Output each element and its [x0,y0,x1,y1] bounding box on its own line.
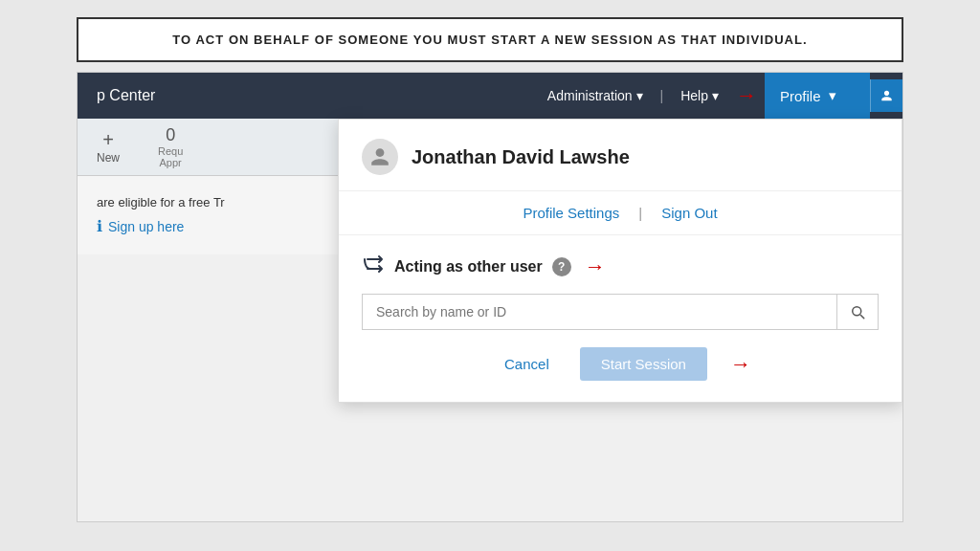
profile-settings-link[interactable]: Profile Settings [523,205,619,221]
acting-title: Acting as other user [394,258,543,276]
help-label: Help [680,88,708,103]
new-label: New [97,151,120,165]
help-icon[interactable]: ? [552,257,571,276]
requests-label: Requ Appr [158,145,183,168]
search-input[interactable] [362,294,836,330]
action-row: Cancel Start Session → [362,347,879,381]
notice-text: TO ACT ON BEHALF OF SOMEONE YOU MUST STA… [172,33,807,47]
acting-header: Acting as other user ? → [362,253,879,280]
new-button[interactable]: + New [97,129,120,165]
acting-arrow-indicator: → [585,254,606,279]
user-silhouette-icon [880,84,893,107]
search-row [362,294,879,330]
start-session-button[interactable]: Start Session [580,347,707,381]
profile-avatar[interactable] [870,79,902,112]
cancel-button[interactable]: Cancel [489,348,565,380]
profile-caret-icon: ▾ [829,87,836,104]
shuffle-icon [362,253,385,280]
user-name: Jonathan David Lawshe [412,146,630,168]
plus-icon: + [102,129,114,151]
admin-menu-button[interactable]: Administration ▾ [530,73,660,119]
sign-out-link[interactable]: Sign Out [661,205,717,221]
info-icon: ℹ [97,217,102,235]
notice-banner: TO ACT ON BEHALF OF SOMEONE YOU MUST STA… [77,17,903,62]
dropdown-links: Profile Settings | Sign Out [339,191,902,235]
requests-count: 0 [166,125,175,145]
dropdown-header: Jonathan David Lawshe [339,120,902,191]
profile-arrow-indicator: → [736,83,757,108]
requests-item: 0 Requ Appr [158,125,183,168]
profile-dropdown: Jonathan David Lawshe Profile Settings |… [338,119,902,403]
profile-label: Profile [780,88,821,104]
navbar-right: Administration ▾ | Help ▾ → Profile ▾ [530,73,902,119]
acting-section: Acting as other user ? → Cancel Start Se… [339,235,902,402]
navbar: p Center Administration ▾ | Help ▾ → Pro… [78,73,902,119]
search-icon [849,303,866,320]
search-button[interactable] [836,294,879,330]
help-menu-button[interactable]: Help ▾ [663,73,736,119]
nav-divider: | [660,88,664,103]
links-divider: | [638,205,642,221]
signup-text: Sign up here [108,219,184,234]
user-avatar-icon [369,146,390,167]
app-window: p Center Administration ▾ | Help ▾ → Pro… [77,72,903,522]
user-avatar [362,139,398,175]
start-session-arrow-indicator: → [730,352,751,377]
profile-button[interactable]: Profile ▾ [765,73,870,119]
admin-label: Administration [547,88,633,103]
admin-caret-icon: ▾ [636,88,643,103]
app-name: p Center [97,87,155,104]
help-caret-icon: ▾ [712,88,719,103]
